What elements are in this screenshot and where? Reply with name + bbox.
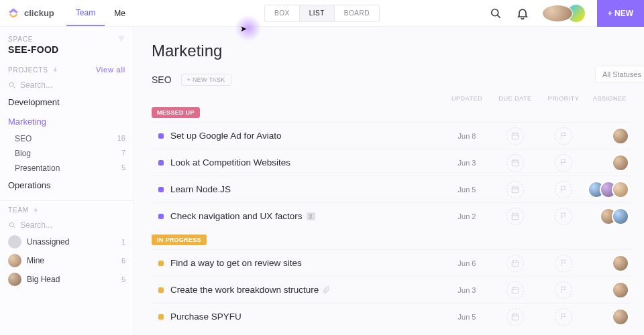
col-assignee[interactable]: ASSIGNEE — [588, 95, 632, 102]
calendar-icon[interactable] — [506, 154, 524, 172]
search-icon[interactable] — [488, 6, 503, 21]
avatar[interactable] — [612, 127, 629, 145]
avatar[interactable] — [612, 154, 629, 172]
assignee-cell[interactable] — [588, 255, 632, 272]
user-avatar-cluster[interactable] — [542, 5, 585, 22]
brand-logo[interactable]: clickup — [0, 7, 62, 20]
task-row[interactable]: Create the work breakdown structureJun 3 — [152, 276, 632, 303]
assignee-cell[interactable] — [588, 308, 632, 326]
priority-cell[interactable] — [539, 208, 588, 225]
flag-icon[interactable] — [555, 127, 572, 145]
sidebar-project-marketing[interactable]: Marketing — [0, 112, 133, 131]
priority-cell[interactable] — [539, 181, 588, 198]
avatar[interactable] — [612, 308, 629, 326]
view-list[interactable]: LIST — [299, 5, 334, 21]
task-row[interactable]: Find a way to get on review sitesJun 6 — [152, 249, 632, 276]
calendar-icon[interactable] — [506, 127, 524, 145]
calendar-icon[interactable] — [506, 255, 524, 272]
sidebar-sub-seo[interactable]: SEO16 — [0, 131, 133, 146]
avatar[interactable] — [612, 281, 629, 299]
view-all-link[interactable]: View all — [96, 66, 125, 74]
status-bullet-icon[interactable] — [158, 133, 164, 139]
tab-team[interactable]: Team — [66, 0, 105, 26]
all-statuses-toggle[interactable]: All Statuses — [595, 66, 644, 83]
col-due[interactable]: DUE DATE — [491, 95, 539, 102]
flag-icon[interactable] — [555, 281, 572, 299]
status-bullet-icon[interactable] — [158, 261, 164, 266]
bell-icon[interactable] — [515, 6, 530, 21]
status-bullet-icon[interactable] — [158, 214, 164, 219]
task-title[interactable]: Find a way to get on review sites — [170, 258, 443, 268]
updated-cell: Jun 5 — [443, 313, 491, 321]
priority-cell[interactable] — [539, 281, 588, 299]
status-pill[interactable]: MESSED UP — [152, 107, 200, 118]
task-row[interactable]: Check navigation and UX factors2Jun 2 — [152, 202, 632, 229]
assignee-cell[interactable] — [588, 281, 632, 299]
task-title[interactable]: Look at Competition Websites — [170, 157, 443, 168]
assignee-cell[interactable] — [588, 208, 632, 225]
flag-icon[interactable] — [555, 181, 572, 198]
calendar-icon[interactable] — [506, 281, 524, 299]
priority-cell[interactable] — [539, 308, 588, 326]
sidebar-sub-presentation[interactable]: Presentation5 — [0, 161, 133, 176]
assignee-cell[interactable] — [588, 181, 632, 198]
col-updated[interactable]: UPDATED — [443, 95, 491, 102]
due-cell[interactable] — [491, 208, 539, 225]
status-bullet-icon[interactable] — [158, 314, 164, 320]
due-cell[interactable] — [491, 255, 539, 272]
task-title[interactable]: Purchase SPYFU — [170, 312, 443, 322]
sidebar-sub-blog[interactable]: Blog7 — [0, 146, 133, 161]
assignee-cell[interactable] — [588, 154, 632, 172]
due-cell[interactable] — [491, 154, 539, 172]
avatar[interactable] — [612, 208, 629, 225]
task-title[interactable]: Learn Node.JS — [170, 184, 443, 194]
flag-icon[interactable] — [555, 255, 572, 272]
task-row[interactable]: Purchase SPYFUJun 5 — [152, 303, 632, 330]
priority-cell[interactable] — [539, 127, 588, 145]
list-name: SEO — [152, 74, 172, 85]
new-task-button[interactable]: + NEW TASK — [181, 74, 231, 86]
tab-me[interactable]: Me — [105, 0, 135, 26]
sidebar-project-development[interactable]: Development — [0, 92, 133, 112]
calendar-icon[interactable] — [506, 308, 524, 326]
sidebar-project-operations[interactable]: Operations — [0, 176, 133, 195]
status-bullet-icon[interactable] — [158, 160, 164, 165]
team-row-mine[interactable]: Mine6 — [0, 251, 133, 270]
priority-cell[interactable] — [539, 255, 588, 272]
view-box[interactable]: BOX — [265, 5, 299, 21]
team-row-bighead[interactable]: Big Head5 — [0, 270, 133, 289]
task-title[interactable]: Set up Google Ad for Aviato — [170, 131, 443, 141]
task-row[interactable]: Learn Node.JSJun 5 — [152, 176, 632, 202]
flag-icon[interactable] — [555, 208, 572, 225]
avatar[interactable] — [612, 255, 629, 272]
team-search[interactable]: Search... — [0, 218, 133, 232]
add-team-icon[interactable]: + — [34, 206, 39, 214]
status-bullet-icon[interactable] — [158, 187, 164, 192]
team-row-unassigned[interactable]: Unassigned1 — [0, 232, 133, 251]
project-search[interactable]: Search... — [0, 78, 133, 92]
filter-icon[interactable] — [117, 35, 125, 43]
col-priority[interactable]: PRIORITY — [539, 95, 588, 102]
task-title[interactable]: Create the work breakdown structure — [170, 285, 443, 295]
due-cell[interactable] — [491, 127, 539, 145]
calendar-icon[interactable] — [506, 181, 524, 198]
space-name[interactable]: SEE-FOOD — [0, 44, 133, 66]
status-bullet-icon[interactable] — [158, 287, 164, 293]
due-cell[interactable] — [491, 181, 539, 198]
priority-cell[interactable] — [539, 154, 588, 172]
due-cell[interactable] — [491, 281, 539, 299]
task-row[interactable]: Set up Google Ad for AviatoJun 8 — [152, 122, 632, 149]
flag-icon[interactable] — [555, 308, 572, 326]
task-title[interactable]: Check navigation and UX factors2 — [170, 211, 443, 221]
assignee-cell[interactable] — [588, 127, 632, 145]
avatar[interactable] — [612, 181, 629, 198]
view-board[interactable]: BOARD — [334, 5, 379, 21]
task-row[interactable]: Look at Competition WebsitesJun 3 — [152, 149, 632, 176]
calendar-icon[interactable] — [506, 208, 524, 225]
new-button[interactable]: + NEW — [597, 0, 644, 27]
add-project-icon[interactable]: + — [53, 66, 58, 74]
status-pill[interactable]: IN PROGRESS — [152, 234, 207, 245]
svg-rect-33 — [512, 314, 518, 320]
flag-icon[interactable] — [555, 154, 572, 172]
due-cell[interactable] — [491, 308, 539, 326]
